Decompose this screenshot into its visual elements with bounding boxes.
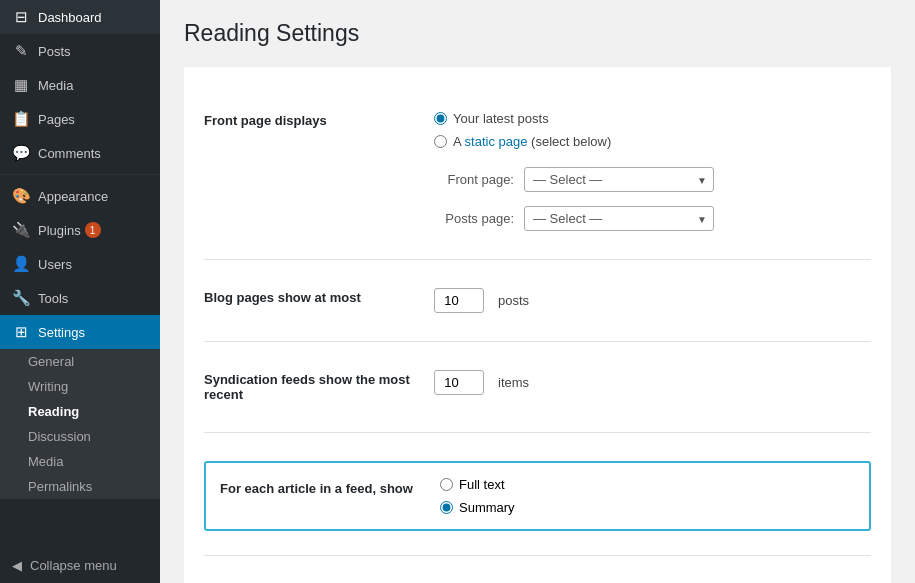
sidebar-item-users[interactable]: 👤 Users — [0, 247, 160, 281]
front-page-select[interactable]: — Select — — [524, 167, 714, 192]
sidebar-sub-writing[interactable]: Writing — [0, 374, 160, 399]
sidebar-item-label: Plugins — [38, 223, 81, 238]
sidebar-item-label: Pages — [38, 112, 75, 127]
posts-page-select-label: Posts page: — [434, 211, 514, 226]
static-page-link[interactable]: static page — [465, 134, 528, 149]
sidebar-item-tools[interactable]: 🔧 Tools — [0, 281, 160, 315]
sidebar-item-media[interactable]: ▦ Media — [0, 68, 160, 102]
front-page-radio-group: Your latest posts A static page (select … — [434, 111, 714, 149]
radio-summary-input[interactable] — [440, 501, 453, 514]
radio-static-label: A static page (select below) — [453, 134, 611, 149]
radio-static-input[interactable] — [434, 135, 447, 148]
dashboard-icon: ⊟ — [12, 8, 30, 26]
sidebar-item-pages[interactable]: 📋 Pages — [0, 102, 160, 136]
posts-page-select-wrap: — Select — — [524, 206, 714, 231]
feed-article-label: For each article in a feed, show — [220, 477, 420, 496]
syndication-suffix: items — [498, 375, 529, 390]
blog-pages-suffix: posts — [498, 293, 529, 308]
page-title: Reading Settings — [184, 20, 891, 47]
front-page-row: Front page displays Your latest posts A … — [204, 83, 871, 260]
sidebar-sub-reading[interactable]: Reading — [0, 399, 160, 424]
sidebar-item-label: Comments — [38, 146, 101, 161]
settings-submenu: General Writing Reading Discussion Media… — [0, 349, 160, 499]
sidebar-sub-general[interactable]: General — [0, 349, 160, 374]
front-page-select-row: Front page: — Select — — [434, 167, 714, 192]
sidebar-item-appearance[interactable]: 🎨 Appearance — [0, 179, 160, 213]
syndication-value: 10 items — [424, 356, 539, 409]
feed-article-row: For each article in a feed, show Full te… — [204, 433, 871, 556]
search-engine-value: Discourage search engines from indexing … — [424, 570, 750, 583]
syndication-input[interactable]: 10 — [434, 370, 484, 395]
sidebar-item-settings[interactable]: ⊞ Settings — [0, 315, 160, 349]
collapse-menu[interactable]: ◀ Collapse menu — [0, 548, 160, 583]
posts-icon: ✎ — [12, 42, 30, 60]
posts-page-select-row: Posts page: — Select — — [434, 206, 714, 231]
sidebar-item-label: Posts — [38, 44, 71, 59]
front-page-select-label: Front page: — [434, 172, 514, 187]
radio-full-text-input[interactable] — [440, 478, 453, 491]
feed-article-options: Full text Summary — [440, 477, 515, 515]
sidebar-item-posts[interactable]: ✎ Posts — [0, 34, 160, 68]
radio-summary[interactable]: Summary — [440, 500, 515, 515]
radio-latest-posts[interactable]: Your latest posts — [434, 111, 714, 126]
sidebar-item-label: Tools — [38, 291, 68, 306]
radio-latest-posts-input[interactable] — [434, 112, 447, 125]
sidebar-item-label: Settings — [38, 325, 85, 340]
blog-pages-input[interactable]: 10 — [434, 288, 484, 313]
front-page-select-wrap: — Select — — [524, 167, 714, 192]
syndication-label: Syndication feeds show the most recent — [204, 356, 424, 418]
collapse-icon: ◀ — [12, 558, 22, 573]
settings-icon: ⊞ — [12, 323, 30, 341]
sidebar: ⊟ Dashboard ✎ Posts ▦ Media 📋 Pages 💬 Co… — [0, 0, 160, 583]
blog-pages-row: Blog pages show at most 10 posts — [204, 260, 871, 342]
sidebar-item-comments[interactable]: 💬 Comments — [0, 136, 160, 170]
search-engine-label: Search Engine Visibility — [204, 570, 424, 583]
radio-full-text-label: Full text — [459, 477, 505, 492]
sidebar-item-dashboard[interactable]: ⊟ Dashboard — [0, 0, 160, 34]
feed-article-section: For each article in a feed, show Full te… — [204, 461, 871, 531]
media-icon: ▦ — [12, 76, 30, 94]
plugins-icon: 🔌 — [12, 221, 30, 239]
sidebar-item-label: Appearance — [38, 189, 108, 204]
settings-form: Front page displays Your latest posts A … — [184, 67, 891, 583]
sidebar-sub-discussion[interactable]: Discussion — [0, 424, 160, 449]
sidebar-divider — [0, 174, 160, 175]
sidebar-item-label: Users — [38, 257, 72, 272]
tools-icon: 🔧 — [12, 289, 30, 307]
blog-pages-label: Blog pages show at most — [204, 274, 424, 321]
main-content: Reading Settings Front page displays You… — [160, 0, 915, 583]
radio-full-text[interactable]: Full text — [440, 477, 515, 492]
feed-article-container: For each article in a feed, show Full te… — [204, 433, 871, 555]
radio-summary-label: Summary — [459, 500, 515, 515]
sidebar-item-plugins[interactable]: 🔌 Plugins 1 — [0, 213, 160, 247]
users-icon: 👤 — [12, 255, 30, 273]
search-engine-row: Search Engine Visibility Discourage sear… — [204, 556, 871, 583]
appearance-icon: 🎨 — [12, 187, 30, 205]
radio-static-page[interactable]: A static page (select below) — [434, 134, 714, 149]
sidebar-item-label: Dashboard — [38, 10, 102, 25]
front-page-label: Front page displays — [204, 97, 424, 144]
blog-pages-value: 10 posts — [424, 274, 539, 327]
pages-icon: 📋 — [12, 110, 30, 128]
front-page-value: Your latest posts A static page (select … — [424, 97, 724, 245]
syndication-row: Syndication feeds show the most recent 1… — [204, 342, 871, 433]
collapse-label: Collapse menu — [30, 558, 117, 573]
sidebar-sub-media[interactable]: Media — [0, 449, 160, 474]
radio-latest-label: Your latest posts — [453, 111, 549, 126]
plugins-badge: 1 — [85, 222, 101, 238]
comments-icon: 💬 — [12, 144, 30, 162]
sidebar-sub-permalinks[interactable]: Permalinks — [0, 474, 160, 499]
page-selects: Front page: — Select — Posts page: — Sel… — [434, 161, 714, 231]
posts-page-select[interactable]: — Select — — [524, 206, 714, 231]
sidebar-item-label: Media — [38, 78, 73, 93]
